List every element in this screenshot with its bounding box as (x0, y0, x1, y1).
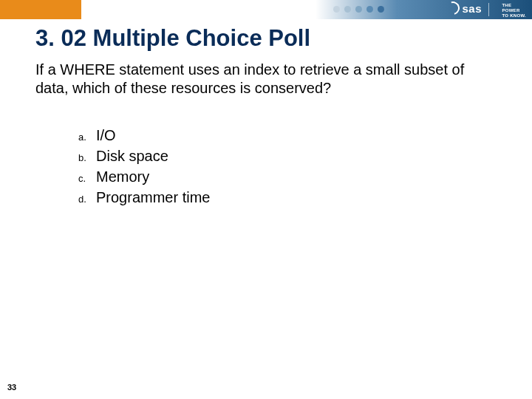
page-number: 33 (7, 383, 16, 392)
sas-logo: sas (446, 1, 482, 15)
option-b: b. Disk space (78, 148, 210, 165)
option-d: d. Programmer time (78, 189, 210, 206)
option-text: I/O (96, 127, 116, 144)
tagline: THE POWER TO KNOW. (502, 3, 526, 18)
option-label: b. (78, 152, 96, 163)
logo-divider (488, 3, 489, 16)
tagline-line1: THE (502, 3, 526, 8)
header-gradient: sas THE POWER TO KNOW. (81, 0, 532, 19)
tagline-line2: POWER (502, 8, 526, 13)
poll-question: If a WHERE statement uses an index to re… (35, 61, 497, 98)
option-text: Disk space (96, 148, 168, 165)
decoration-dots (333, 6, 384, 13)
header-bar: sas THE POWER TO KNOW. (0, 0, 532, 19)
option-text: Memory (96, 168, 149, 185)
option-a: a. I/O (78, 127, 210, 144)
option-label: a. (78, 132, 96, 143)
tagline-line3: TO KNOW. (502, 13, 526, 18)
option-label: d. (78, 194, 96, 205)
option-text: Programmer time (96, 189, 210, 206)
option-label: c. (78, 173, 96, 184)
option-c: c. Memory (78, 168, 210, 185)
options-list: a. I/O b. Disk space c. Memory d. Progra… (49, 127, 210, 210)
brand-text: sas (462, 2, 482, 15)
slide-title: 3. 02 Multiple Choice Poll (35, 25, 310, 52)
accent-block (0, 0, 81, 19)
logo-swoosh-icon (444, 0, 463, 17)
